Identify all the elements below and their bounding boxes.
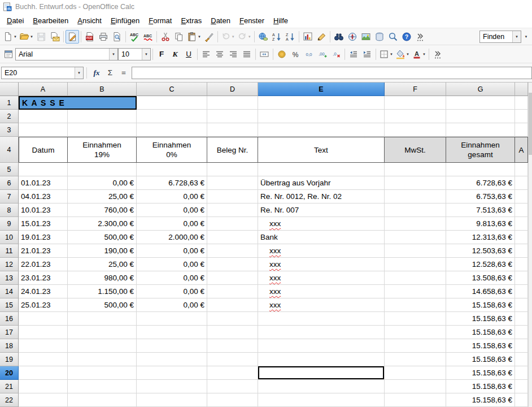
cell-B19[interactable]	[68, 353, 137, 366]
redo-button[interactable]: ▼	[236, 30, 252, 44]
cell-H3[interactable]	[515, 123, 528, 137]
cell-E4[interactable]: Text	[258, 137, 385, 163]
row-header-15[interactable]: 15	[0, 298, 19, 312]
cell-F19[interactable]	[385, 353, 446, 366]
cell-G19[interactable]: 15.158,63 €	[446, 353, 515, 366]
cell-B16[interactable]	[68, 312, 137, 326]
cell-G21[interactable]: 15.158,63 €	[446, 380, 515, 393]
cell-E3[interactable]	[258, 123, 385, 137]
cell-F16[interactable]	[385, 312, 446, 326]
row-header-14[interactable]: 14	[0, 285, 19, 298]
cell-H4[interactable]: A	[515, 137, 528, 163]
menu-hilfe[interactable]: Hilfe	[269, 15, 293, 27]
cell-B9[interactable]: 2.300,00 €	[68, 217, 137, 231]
cell-B4[interactable]: Einnahmen 19%	[68, 137, 137, 163]
borders-button[interactable]: ▼	[378, 47, 394, 61]
percent-format-button[interactable]: %	[289, 47, 302, 61]
menu-extras[interactable]: Extras	[176, 15, 206, 27]
insert-chart-button[interactable]	[301, 30, 315, 44]
cell-G11[interactable]: 12.503,63 €	[446, 244, 515, 258]
cell-C9[interactable]: 0,00 €	[137, 217, 207, 231]
vertical-scrollbar[interactable]	[528, 83, 532, 407]
cell-C5[interactable]	[137, 163, 207, 176]
cell-H11[interactable]	[515, 244, 528, 258]
cell-G16[interactable]: 15.158,63 €	[446, 312, 515, 326]
cell-H8[interactable]	[515, 204, 528, 217]
cell-E18[interactable]	[258, 339, 385, 353]
cell-F20[interactable]	[385, 366, 446, 380]
cell-D1[interactable]	[207, 96, 258, 110]
italic-button[interactable]: K	[168, 47, 182, 61]
edit-file-button[interactable]	[66, 30, 79, 44]
cell-H15[interactable]	[515, 298, 528, 312]
underline-button[interactable]: U	[182, 47, 195, 61]
cell-H2[interactable]	[515, 110, 528, 123]
cell-F3[interactable]	[385, 123, 446, 137]
cell-D10[interactable]	[207, 231, 258, 244]
cell-C11[interactable]: 0,00 €	[137, 244, 207, 258]
cell-C7[interactable]: 0,00 €	[137, 190, 207, 204]
cut-button[interactable]	[159, 30, 172, 44]
cell-H20[interactable]	[515, 366, 528, 380]
export-pdf-button[interactable]: PDF	[83, 30, 97, 44]
chevron-down-icon[interactable]: ▼	[75, 67, 83, 79]
cell-G17[interactable]: 15.158,63 €	[446, 326, 515, 339]
cell-E1[interactable]	[258, 96, 385, 110]
cell-F6[interactable]	[385, 176, 446, 190]
open-folder-button[interactable]: ▼	[18, 30, 34, 44]
cell-F22[interactable]	[385, 393, 446, 407]
cell-B2[interactable]	[68, 110, 137, 123]
row-header-2[interactable]: 2	[0, 110, 19, 123]
cell-D20[interactable]	[207, 366, 258, 380]
row-header-20[interactable]: 20	[0, 366, 19, 380]
cell-H22[interactable]	[515, 393, 528, 407]
cell-B5[interactable]	[68, 163, 137, 176]
cell-B3[interactable]	[68, 123, 137, 137]
cell-E5[interactable]	[258, 163, 385, 176]
column-header-G[interactable]: G	[446, 83, 515, 96]
page-preview-button[interactable]	[110, 30, 124, 44]
bold-button[interactable]: F	[155, 47, 168, 61]
column-header-C[interactable]: C	[137, 83, 207, 96]
column-header-H[interactable]	[515, 83, 528, 96]
cell-D3[interactable]	[207, 123, 258, 137]
cell-F15[interactable]	[385, 298, 446, 312]
cell-G3[interactable]	[446, 123, 515, 137]
cell-D13[interactable]	[207, 271, 258, 285]
font-color-button[interactable]: A▼	[411, 47, 427, 61]
cell-A3[interactable]	[19, 123, 68, 137]
formula-input-line[interactable]	[132, 67, 532, 79]
cell-F17[interactable]	[385, 326, 446, 339]
cell-E20[interactable]	[258, 366, 385, 380]
cell-D4[interactable]: Beleg Nr.	[207, 137, 258, 163]
cell-A2[interactable]	[19, 110, 68, 123]
cell-F7[interactable]	[385, 190, 446, 204]
cell-H1[interactable]	[515, 96, 528, 110]
cell-F2[interactable]	[385, 110, 446, 123]
cell-B14[interactable]: 1.150,00 €	[68, 285, 137, 298]
cell-E19[interactable]	[258, 353, 385, 366]
cell-D5[interactable]	[207, 163, 258, 176]
standard-format-button[interactable]: 0,0	[302, 47, 316, 61]
cell-G6[interactable]: 6.728,63 €	[446, 176, 515, 190]
cell-H18[interactable]	[515, 339, 528, 353]
save-button[interactable]	[34, 30, 48, 44]
styles-formatting-button[interactable]	[2, 47, 15, 61]
font-size-combo[interactable]: 10▼	[118, 48, 151, 60]
cell-G4[interactable]: Einnahmen gesamt	[446, 137, 515, 163]
cell-C3[interactable]	[137, 123, 207, 137]
cell-C19[interactable]	[137, 353, 207, 366]
menu-ansicht[interactable]: Ansicht	[73, 15, 106, 27]
chevron-down-icon[interactable]: ▼	[512, 31, 521, 42]
cell-E16[interactable]	[258, 312, 385, 326]
cell-G20[interactable]: 15.158,63 €	[446, 366, 515, 380]
find-toolbar-options-button[interactable]: ▼	[521, 30, 530, 44]
cell-G1[interactable]	[446, 96, 515, 110]
cell-E12[interactable]: xxx	[258, 258, 385, 271]
menu-format[interactable]: Format	[144, 15, 176, 27]
zoom-button[interactable]	[386, 30, 400, 44]
cell-F8[interactable]	[385, 204, 446, 217]
cell-C16[interactable]	[137, 312, 207, 326]
cell-A13[interactable]: 23.01.23	[19, 271, 68, 285]
cell-E2[interactable]	[258, 110, 385, 123]
